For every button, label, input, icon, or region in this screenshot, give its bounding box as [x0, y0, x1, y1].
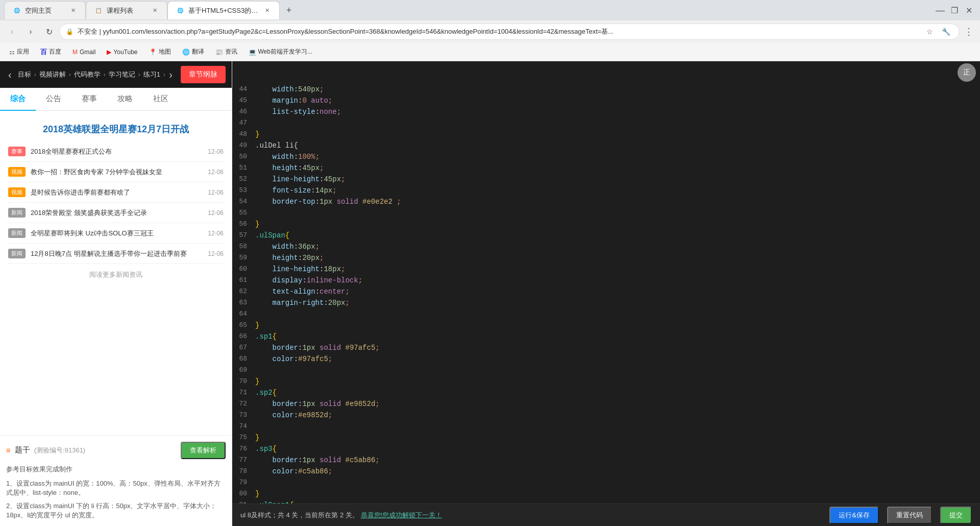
news-item-6[interactable]: 新闻 12月8日晚7点 明星解说主播选手带你一起进击季前赛 12-06 [6, 244, 226, 264]
minimize-button[interactable]: — [933, 3, 947, 17]
nav-left-arrow[interactable]: ‹ [6, 67, 14, 83]
line-content: width:100%; [255, 151, 980, 162]
top-navigation: ‹ 目标 › 视频讲解 › 代码教学 › 学习笔记 › 练习1 › 练习2● ›… [0, 61, 232, 88]
line-content: margin-right:20px; [255, 297, 980, 308]
read-more-link[interactable]: 阅读更多新闻资讯 [6, 264, 226, 285]
reset-code-button[interactable]: 重置代码 [887, 507, 932, 524]
address-input[interactable]: 🔒 不安全 | yyfun001.com/lesson/action.php?a… [59, 23, 960, 40]
tab-1[interactable]: 🌐 空间主页 ✕ [4, 1, 86, 19]
extension-icon[interactable]: 🔧 [939, 25, 953, 39]
tab-1-close[interactable]: ✕ [69, 7, 77, 15]
code-line: 66.sp1{ [232, 331, 980, 342]
maximize-button[interactable]: ❐ [947, 3, 962, 17]
chapter-btn[interactable]: 章节纲脉 [181, 66, 226, 83]
tab-3-close[interactable]: ✕ [263, 7, 271, 15]
apps-icon: ⚏ [9, 49, 15, 56]
line-content [255, 207, 980, 219]
bookmark-star-icon[interactable]: ☆ [922, 25, 937, 39]
news-item-2[interactable]: 视频 教你一招：野区食肉专家 7分钟学会视妹女皇 12-06 [6, 162, 226, 182]
bookmark-youtube[interactable]: ▶ YouTube [102, 46, 142, 58]
breadcrumb-video[interactable]: 视频讲解 [39, 70, 66, 79]
line-content: text-align:center; [255, 286, 980, 297]
profile-avatar[interactable]: 正 [958, 63, 976, 82]
code-line: 56} [232, 219, 980, 230]
bookmark-map[interactable]: 📍 地图 [144, 45, 176, 58]
bookmark-apps[interactable]: ⚏ 应用 [4, 45, 34, 58]
breadcrumb-goal[interactable]: 目标 [18, 70, 31, 79]
line-number: 74 [232, 421, 255, 432]
tab-3-title: 基于HTML5+CSS3的Web前端… [188, 6, 259, 15]
news-item-5[interactable]: 新闻 全明星赛即将到来 Uzi冲击SOLO赛三冠王 12-06 [6, 223, 226, 244]
reload-button[interactable]: ↻ [41, 23, 57, 40]
code-topbar: 正 [232, 61, 980, 84]
news-icon: 📰 [215, 49, 223, 56]
submit-button[interactable]: 提交 [940, 507, 972, 524]
line-content: .ulDel li{ [255, 140, 980, 151]
address-text: 不安全 | yyfun001.com/lesson/action.php?a=g… [78, 27, 918, 36]
bookmark-gmail[interactable]: M Gmail [67, 46, 101, 58]
code-line: 48} [232, 129, 980, 140]
tab-all[interactable]: 综合 [0, 88, 36, 111]
tab-2[interactable]: 📋 课程列表 ✕ [86, 1, 167, 19]
line-content: } [255, 376, 980, 387]
line-number: 53 [232, 185, 255, 196]
code-line: 63 margin-right:20px; [232, 297, 980, 308]
window-controls: — ❐ ✕ [933, 3, 976, 17]
line-number: 77 [232, 455, 255, 466]
bookmark-baidu[interactable]: 百 百度 [35, 45, 66, 59]
code-line: 80} [232, 488, 980, 499]
new-tab-button[interactable]: + [282, 3, 296, 17]
line-number: 46 [232, 106, 255, 117]
news-date-4: 12-06 [208, 209, 224, 217]
breadcrumb-code[interactable]: 代码教学 [74, 70, 101, 79]
code-line: 61 display:inline-block; [232, 275, 980, 286]
news-title-6: 12月8日晚7点 明星解说主播选手带你一起进击季前赛 [31, 249, 203, 258]
task-step-2: 2、设置class为 mainUI 下的 li 行高：50px、文字水平居中、字… [6, 501, 226, 520]
tab-match[interactable]: 赛事 [71, 88, 107, 110]
line-number: 65 [232, 320, 255, 331]
tab-3[interactable]: 🌐 基于HTML5+CSS3的Web前端… ✕ [167, 1, 280, 19]
line-content: line-height:45px; [255, 174, 980, 185]
news-item-4[interactable]: 新闻 2018荣誉殿堂 颁奖盛典获奖选手全记录 12-06 [6, 203, 226, 223]
tab-guide[interactable]: 攻略 [107, 88, 143, 110]
task-desc: 参考目标效果完成制作 [6, 463, 226, 475]
gmail-icon: M [72, 49, 78, 56]
address-bar: ‹ › ↻ 🔒 不安全 | yyfun001.com/lesson/action… [0, 20, 980, 43]
line-number: 67 [232, 342, 255, 353]
more-options-button[interactable]: ⋮ [962, 25, 976, 39]
news-date-6: 12-06 [208, 250, 224, 257]
line-number: 63 [232, 297, 255, 308]
breadcrumb-ex1[interactable]: 练习1 [143, 70, 160, 79]
apps-label: 应用 [17, 47, 29, 56]
close-button[interactable]: ✕ [962, 3, 976, 17]
tab-notice[interactable]: 公告 [36, 88, 71, 110]
bookmark-webdev[interactable]: 💻 Web前端开发学习... [243, 45, 317, 58]
back-button[interactable]: ‹ [4, 23, 20, 40]
tab-2-close[interactable]: ✕ [151, 7, 159, 15]
code-editor[interactable]: 44 width:540px;45 margin:0 auto;46 list-… [232, 84, 980, 504]
breadcrumb-notes[interactable]: 学习笔记 [109, 70, 135, 79]
news-item-3[interactable]: 视频 是时候告诉你进击季前赛都有啥了 12-06 [6, 182, 226, 203]
status-link[interactable]: 恭喜您!您成功解锁下一关！ [361, 511, 443, 519]
tab-community[interactable]: 社区 [143, 88, 179, 110]
code-line: 67 border:1px solid #97afc5; [232, 342, 980, 353]
line-number: 45 [232, 95, 255, 106]
line-content: border:1px solid #c5ab86; [255, 455, 980, 466]
line-number: 56 [232, 219, 255, 230]
line-number: 58 [232, 241, 255, 252]
news-title-2: 教你一招：野区食肉专家 7分钟学会视妹女皇 [31, 168, 203, 177]
line-number: 73 [232, 410, 255, 421]
news-tag-4: 新闻 [8, 208, 26, 218]
news-item-1[interactable]: 赛事 2018全明星赛赛程正式公布 12-06 [6, 141, 226, 162]
gmail-label: Gmail [80, 49, 95, 56]
line-content: color:#97afc5; [255, 353, 980, 365]
nav-right-arrow[interactable]: › [169, 69, 173, 81]
code-line: 73 color:#e9852d; [232, 410, 980, 421]
line-number: 76 [232, 443, 255, 455]
bookmark-translate[interactable]: 🌐 翻译 [177, 45, 209, 58]
forward-button[interactable]: › [22, 23, 39, 40]
check-analysis-btn[interactable]: 查看解析 [181, 442, 226, 459]
code-line: 75} [232, 432, 980, 443]
bookmark-news[interactable]: 📰 资讯 [210, 45, 242, 58]
run-save-button[interactable]: 运行&保存 [829, 507, 879, 524]
